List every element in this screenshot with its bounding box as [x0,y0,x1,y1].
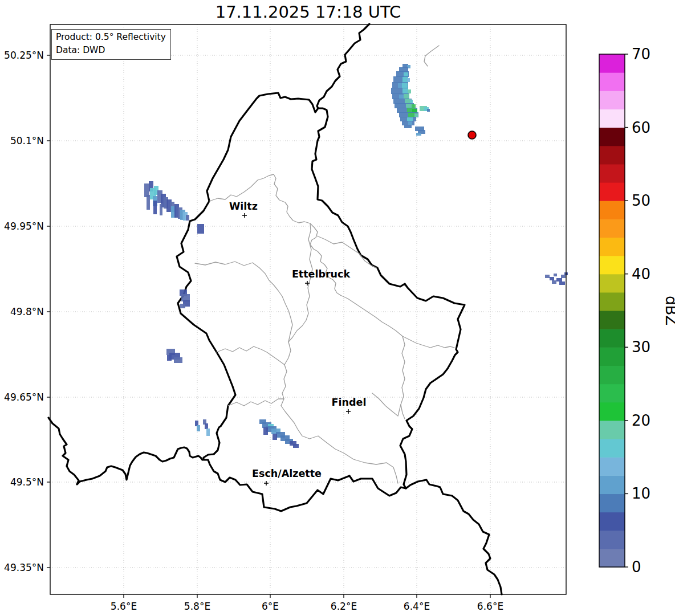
colorbar-segment [599,311,625,329]
colorbar-segment [599,91,625,109]
colorbar-segment [599,72,625,91]
colorbar-segment [599,549,625,568]
radar-map-plot: WiltzEttelbruckFindelEsch/Alzette 5.6°E5… [0,0,675,616]
colorbar-unit-label: dBZ [662,296,675,325]
echo-cell [404,125,412,128]
colorbar-segment [599,347,625,366]
echo-cell [186,215,189,221]
radar-site-marker [468,131,476,139]
colorbar-segment [599,531,625,549]
x-tick-label: 6.6°E [477,601,503,612]
echo-cell [556,278,562,282]
echo-cell [180,304,185,308]
colorbar-tick-label: 30 [632,338,650,356]
echo-cell [545,275,550,278]
x-tick-label: 6.4°E [404,601,430,612]
x-tick-label: 6°E [262,601,279,612]
x-tick-label: 5.8°E [184,601,210,612]
echo-cell [293,444,299,448]
city-name-label: Findel [332,397,367,408]
echo-cell [399,67,408,72]
y-tick-label: 50.1°N [10,135,44,146]
colorbar: 706050403020100 [599,46,650,576]
echo-cell [402,83,408,88]
colorbar-tick-label: 70 [632,46,650,63]
colorbar-tick-label: 0 [632,558,641,576]
colorbar-segment [599,329,625,348]
echo-cell [416,133,421,136]
echo-cell [552,280,556,284]
radar-figure: 17.11.2025 17:18 UTC [0,0,675,616]
y-tick-label: 49.8°N [10,306,44,317]
city-name-label: Ettelbruck [292,268,351,280]
echo-cell [197,425,200,431]
echo-cell [414,113,418,117]
echo-cell [554,274,557,276]
colorbar-segment [599,292,625,311]
echo-cell [550,277,554,280]
echo-cell [404,94,409,99]
colorbar-segment [599,256,625,275]
city-name-label: Wiltz [229,201,258,212]
colorbar-segment [599,402,625,421]
colorbar-tick-label: 20 [632,412,650,429]
colorbar-segment [599,201,625,219]
product-info-line: Product: 0.5° Reflectivity [56,31,166,44]
y-tick-label: 49.65°N [4,391,44,403]
colorbar-tick-label: 10 [632,485,650,502]
city-name-label: Esch/Alzette [252,468,322,479]
echo-cell [197,224,204,234]
echo-cell [174,357,182,363]
colorbar-segment [599,274,625,293]
plot-background [50,25,566,594]
echo-cell [408,89,411,93]
echo-cell [273,434,277,440]
echo-cell [263,427,268,435]
echo-cell [408,121,412,125]
colorbar-segment [599,421,625,439]
echo-cell [398,83,402,88]
echo-cell [402,88,408,93]
y-tick-label: 49.5°N [10,476,44,488]
data-source-line: Data: DWD [56,44,166,57]
echo-cell [206,429,210,436]
x-tick-label: 5.6°E [111,601,137,612]
y-tick-label: 50.25°N [4,50,44,61]
echo-cell [205,423,208,429]
radar-site-dot [468,131,476,139]
colorbar-segment [599,237,625,256]
colorbar-segment [599,54,625,73]
colorbar-tick-label: 50 [632,192,650,209]
product-info-box: Product: 0.5° Reflectivity Data: DWD [51,29,171,60]
echo-cell [153,201,157,214]
echo-cell [412,104,416,108]
echo-cell [427,109,430,112]
colorbar-segment [599,457,625,476]
echo-cell [407,117,413,121]
y-tick-label: 49.35°N [4,562,44,573]
colorbar-segment [599,365,625,384]
y-tick-label: 49.95°N [4,221,44,232]
echo-cell [407,78,410,82]
echo-cell [408,113,415,117]
colorbar-segment [599,219,625,238]
colorbar-segment [599,439,625,458]
colorbar-tick-label: 60 [632,119,650,136]
colorbar-segment [599,164,625,183]
echo-cell [410,100,413,103]
echo-cell [404,72,408,77]
colorbar-tick-label: 40 [632,266,650,283]
colorbar-segment [599,128,625,146]
colorbar-segment [599,182,625,201]
colorbar-segment [599,109,625,128]
colorbar-segment [599,493,625,512]
colorbar-segment [599,475,625,494]
echo-cell [559,282,565,285]
echo-cell [160,204,162,215]
echo-cell [167,355,172,361]
x-tick-label: 6.2°E [331,601,357,612]
colorbar-segment [599,146,625,165]
echo-cell [399,95,404,99]
echo-cell [147,195,150,210]
colorbar-segment [599,512,625,531]
